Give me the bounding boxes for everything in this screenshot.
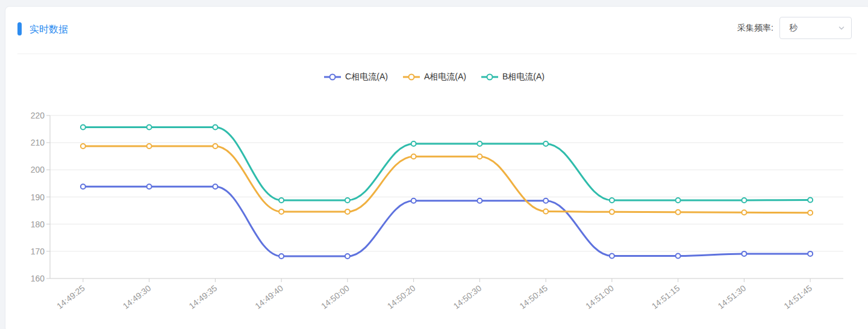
data-point-marker bbox=[610, 209, 614, 214]
data-point-marker bbox=[676, 254, 681, 259]
x-axis-label: 14:50:00 bbox=[319, 283, 351, 311]
data-point-marker bbox=[742, 198, 746, 203]
data-point-marker bbox=[742, 210, 746, 215]
x-axis-label: 14:51:00 bbox=[584, 283, 616, 311]
data-point-marker bbox=[345, 209, 350, 214]
x-axis-label: 14:50:30 bbox=[451, 283, 483, 311]
data-point-marker bbox=[213, 125, 217, 129]
data-point-marker bbox=[147, 125, 152, 129]
data-point-marker bbox=[279, 209, 284, 214]
data-point-marker bbox=[345, 198, 350, 203]
x-axis-label: 14:50:20 bbox=[386, 283, 417, 311]
data-point-marker bbox=[81, 184, 86, 189]
data-point-marker bbox=[543, 198, 548, 203]
y-axis-label: 190 bbox=[31, 192, 45, 202]
data-point-marker bbox=[411, 154, 416, 159]
data-point-marker bbox=[808, 251, 813, 256]
x-axis-label: 14:51:30 bbox=[716, 283, 748, 311]
data-point-marker bbox=[742, 251, 746, 256]
x-axis-label: 14:51:15 bbox=[650, 283, 682, 311]
legend-line-circle-icon bbox=[323, 73, 342, 81]
y-axis-label: 180 bbox=[31, 220, 45, 229]
data-point-marker bbox=[808, 197, 813, 202]
data-point-marker bbox=[477, 141, 482, 146]
realtime-line-chart: 16017018019020021022014:49:2514:49:3014:… bbox=[0, 0, 868, 329]
data-point-marker bbox=[411, 141, 416, 146]
series-line-2 bbox=[83, 127, 810, 200]
data-point-marker bbox=[279, 254, 284, 259]
legend-item-1[interactable]: A相电流(A) bbox=[402, 72, 466, 82]
x-axis-label: 14:51:45 bbox=[782, 283, 814, 311]
data-point-marker bbox=[213, 184, 217, 189]
x-axis-label: 14:49:30 bbox=[121, 283, 153, 311]
data-point-marker bbox=[81, 144, 86, 149]
data-point-marker bbox=[543, 209, 548, 214]
x-axis-label: 14:50:45 bbox=[517, 283, 549, 311]
y-axis-label: 220 bbox=[31, 111, 45, 120]
data-point-marker bbox=[543, 141, 548, 146]
y-axis-label: 160 bbox=[31, 274, 45, 283]
x-axis-label: 14:49:35 bbox=[187, 283, 219, 311]
legend-item-2[interactable]: B相电流(A) bbox=[481, 72, 545, 82]
x-axis-label: 14:49:25 bbox=[55, 283, 87, 311]
data-point-marker bbox=[213, 144, 217, 149]
legend-label: B相电流(A) bbox=[502, 72, 545, 82]
data-point-marker bbox=[411, 198, 416, 203]
data-point-marker bbox=[147, 144, 152, 149]
y-axis-label: 210 bbox=[31, 138, 45, 147]
series-line-1 bbox=[83, 146, 810, 213]
x-axis-label: 14:49:40 bbox=[253, 283, 285, 311]
legend-line-circle-icon bbox=[481, 73, 499, 81]
legend-line-circle-icon bbox=[402, 73, 420, 81]
y-axis-label: 200 bbox=[31, 165, 45, 174]
data-point-marker bbox=[477, 198, 482, 203]
legend-label: A相电流(A) bbox=[424, 72, 466, 82]
data-point-marker bbox=[610, 198, 614, 203]
data-point-marker bbox=[81, 125, 86, 129]
data-point-marker bbox=[808, 211, 813, 215]
data-point-marker bbox=[676, 198, 681, 203]
data-point-marker bbox=[279, 198, 284, 203]
data-point-marker bbox=[345, 254, 350, 259]
data-point-marker bbox=[610, 254, 614, 259]
legend-label: C相电流(A) bbox=[345, 72, 388, 82]
data-point-marker bbox=[147, 184, 152, 189]
chart-legend: C相电流(A)A相电流(A)B相电流(A) bbox=[0, 72, 868, 82]
legend-item-0[interactable]: C相电流(A) bbox=[323, 72, 388, 82]
y-axis-label: 170 bbox=[31, 247, 45, 256]
data-point-marker bbox=[477, 154, 482, 159]
data-point-marker bbox=[676, 210, 681, 215]
